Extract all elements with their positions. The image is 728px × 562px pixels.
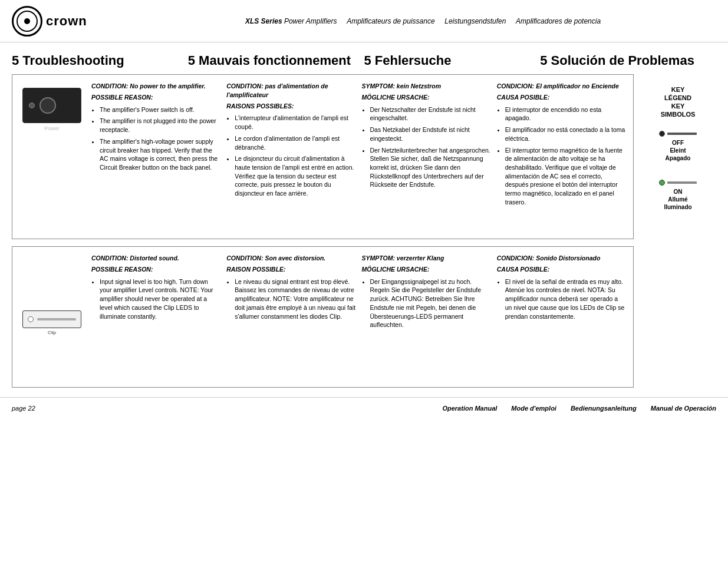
- box2-col-de: SYMPTOM: verzerrter Klang MÖGLICHE URSAC…: [362, 254, 491, 380]
- list-item: L'interrupteur d'alimentation de l'ampli…: [235, 114, 355, 131]
- list-item: The amplifier is not plugged into the po…: [100, 117, 220, 134]
- product-type-de: Leistungsendstufen: [444, 17, 506, 25]
- box1-sub-de: MÖGLICHE URSACHE:: [362, 93, 491, 102]
- list-item: Das Netzkabel der Endstufe ist nicht ein…: [370, 125, 491, 143]
- key-off-indicator: [659, 131, 697, 137]
- manual-es: Manual de Operación: [651, 405, 716, 412]
- header-tagline: XLS Series Power Amplifiers Amplificateu…: [130, 17, 716, 25]
- header: crown XLS Series Power Amplifiers Amplif…: [0, 0, 728, 42]
- box1-col-en: CONDITION: No power to the amplifier. PO…: [91, 82, 220, 232]
- list-item: El nivel de la señal de entrada es muy a…: [505, 277, 626, 320]
- manual-fr: Mode d'emploi: [511, 405, 556, 412]
- product-type-en: Power Amplifiers: [284, 17, 337, 25]
- box1-sub-en: POSSIBLE REASON:: [91, 93, 220, 102]
- list-item: Der Netzteilunterbrecher hat angesproche…: [370, 146, 491, 189]
- trouble-box-2: Clip CONDITION: Distorted sound. POSSIBL…: [12, 246, 634, 388]
- box2-cond-fr: CONDITION: Son avec distorsion.: [226, 254, 355, 263]
- box1-cond-en: CONDITION: No power to the amplifier.: [91, 82, 220, 91]
- power-switch-icon: [39, 97, 56, 114]
- list-item: El amplificador no está conectado a la t…: [505, 125, 626, 143]
- list-item: The amplifier's high-voltage power suppl…: [100, 137, 220, 172]
- box2-col-es: CONDICION: Sonido Distorsionado CAUSA PO…: [497, 254, 626, 380]
- box2-sub-es: CAUSA POSIBLE:: [497, 265, 626, 274]
- key-legend-sidebar: KEY LÉGEND KEY SIMBOLOS OFFEleintApagado…: [640, 74, 716, 388]
- list-item: The amplifier's Power switch is off.: [100, 105, 220, 114]
- footer-manuals: Operation Manual Mode d'emploi Bedienung…: [442, 405, 716, 412]
- list-item: El interruptor de encendido no esta apag…: [505, 105, 626, 123]
- key-title-3: KEY: [671, 103, 685, 110]
- box1-bullets-en: The amplifier's Power switch is off. The…: [91, 105, 220, 172]
- box1-cond-de: SYMPTOM: kein Netzstrom: [362, 82, 491, 91]
- key-title-2: LÉGEND: [664, 94, 691, 101]
- box2-sub-fr: RAISON POSSIBLE:: [226, 265, 355, 274]
- page-number: page 22: [12, 405, 35, 412]
- box2-cond-de: SYMPTOM: verzerrter Klang: [362, 254, 491, 263]
- crown-logo-icon: [12, 6, 42, 37]
- box1-cond-es: CONDICION: El amplificador no Enciende: [497, 82, 626, 91]
- trouble-box-1: Power CONDITION: No power to the amplifi…: [12, 74, 634, 239]
- title-row: 5 Troubleshooting 5 Mauvais fonctionneme…: [0, 42, 728, 74]
- manual-en: Operation Manual: [442, 405, 497, 412]
- box2-col-en: CONDITION: Distorted sound. POSSIBLE REA…: [91, 254, 220, 380]
- clip-panel-image: Clip: [19, 254, 84, 380]
- series-name: XLS Series: [245, 17, 282, 25]
- list-item: Der Eingangssignalpegel ist zu hoch. Reg…: [370, 277, 491, 329]
- box1-bullets-es: El interruptor de encendido no esta apag…: [497, 105, 626, 207]
- key-off-label: OFFEleintApagado: [666, 139, 691, 162]
- led-on-icon: [659, 180, 665, 186]
- box2-col-fr: CONDITION: Son avec distorsion. RAISON P…: [226, 254, 355, 380]
- clip-led-icon: [28, 316, 34, 322]
- box2-cond-es: CONDICION: Sonido Distorsionado: [497, 254, 626, 263]
- panel-label: Power: [44, 125, 60, 131]
- list-item: El interruptor termo magnético de la fue…: [505, 146, 626, 207]
- box2-columns: CONDITION: Distorted sound. POSSIBLE REA…: [91, 254, 626, 380]
- list-item: Der Netzschalter der Endstufe ist nicht …: [370, 105, 491, 123]
- box1-sub-fr: RAISONS POSSIBLES:: [226, 102, 355, 111]
- title-fr: 5 Mauvais fonctionnement: [188, 53, 364, 68]
- box1-bullets-fr: L'interrupteur d'alimentation de l'ampli…: [226, 114, 355, 197]
- box1-sub-es: CAUSA POSIBLE:: [497, 93, 626, 102]
- footer: page 22 Operation Manual Mode d'emploi B…: [0, 397, 728, 419]
- main-content: Power CONDITION: No power to the amplifi…: [0, 74, 728, 388]
- box2-bullets-de: Der Eingangssignalpegel ist zu hoch. Reg…: [362, 277, 491, 329]
- box1-columns: CONDITION: No power to the amplifier. PO…: [91, 82, 626, 232]
- title-en: 5 Troubleshooting: [12, 53, 188, 68]
- box2-bullets-en: Input signal level is too high. Turn dow…: [91, 277, 220, 320]
- list-item: Le disjoncteur du circuit d'alimentation…: [235, 154, 355, 197]
- box1-cond-fr: CONDITION: pas d'alimentation de l'ampli…: [226, 82, 355, 99]
- clip-label: Clip: [48, 330, 56, 335]
- key-on-indicator: [659, 180, 697, 186]
- led-off-icon: [659, 131, 665, 137]
- clip-indicator-image: [22, 310, 81, 328]
- box2-bullets-es: El nivel de la señal de entrada es muy a…: [497, 277, 626, 320]
- key-title-1: KEY: [671, 86, 685, 93]
- box1-col-es: CONDICION: El amplificador no Enciende C…: [497, 82, 626, 232]
- key-on-label: ONAlluméIluminado: [664, 188, 691, 211]
- title-es: 5 Solución de Problemas: [540, 53, 716, 68]
- list-item: Le cordon d'alimentation de l'ampli est …: [235, 134, 355, 151]
- power-switch-image: [22, 88, 81, 123]
- title-de: 5 Fehlersuche: [364, 53, 541, 68]
- box2-sub-en: POSSIBLE REASON:: [91, 265, 220, 274]
- box2-bullets-fr: Le niveau du signal entrant est trop éle…: [226, 277, 355, 320]
- power-led-icon: [29, 103, 35, 108]
- box2-cond-en: CONDITION: Distorted sound.: [91, 254, 220, 263]
- key-title-4: SIMBOLOS: [661, 111, 696, 118]
- brand-name: crown: [46, 14, 87, 29]
- list-item: Le niveau du signal entrant est trop éle…: [235, 277, 355, 320]
- clip-bar-icon: [37, 318, 76, 320]
- box1-col-de: SYMPTOM: kein Netzstrom MÖGLICHE URSACHE…: [362, 82, 491, 232]
- key-off-section: OFFEleintApagado: [659, 131, 697, 162]
- box2-sub-de: MÖGLICHE URSACHE:: [362, 265, 491, 274]
- logo-area: crown: [12, 6, 130, 37]
- list-item: Input signal level is too high. Turn dow…: [100, 277, 220, 320]
- product-type-fr: Amplificateurs de puissance: [347, 17, 434, 25]
- key-on-section: ONAlluméIluminado: [659, 180, 697, 211]
- manual-de: Bedienungsanleitung: [571, 405, 637, 412]
- box1-col-fr: CONDITION: pas d'alimentation de l'ampli…: [226, 82, 355, 232]
- bar-off-icon: [667, 133, 697, 135]
- power-panel-image: Power: [19, 82, 84, 232]
- bar-on-icon: [667, 181, 697, 184]
- content-area: Power CONDITION: No power to the amplifi…: [12, 74, 634, 388]
- box1-bullets-de: Der Netzschalter der Endstufe ist nicht …: [362, 105, 491, 189]
